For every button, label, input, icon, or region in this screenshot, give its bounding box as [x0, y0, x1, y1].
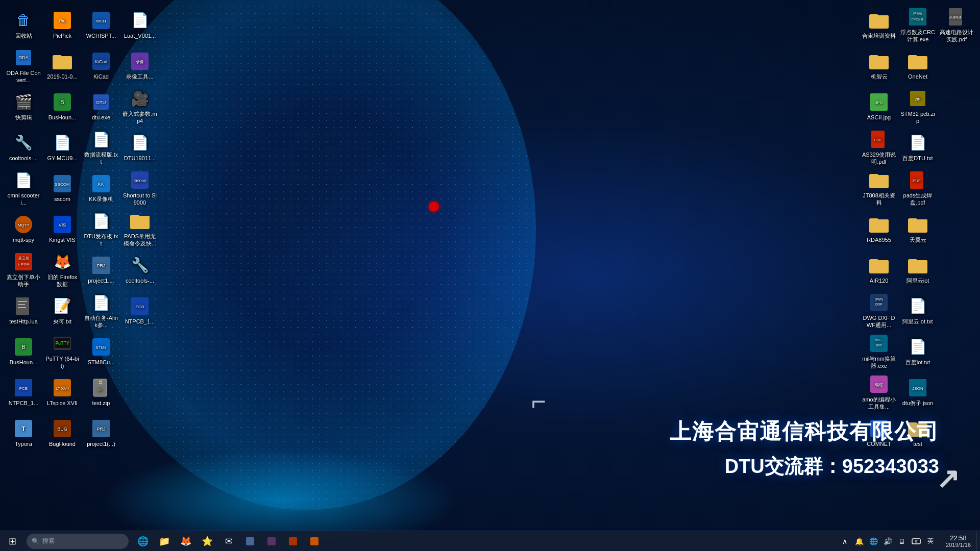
taskbar-star[interactable]: ⭐: [197, 531, 217, 552]
taskbar-search[interactable]: 🔍 搜索: [27, 534, 129, 549]
icon-old-firefox[interactable]: 🦊 旧的 Firefox 数据: [43, 249, 82, 290]
icon-si9000[interactable]: Si9000 Shortcut to Si9000: [120, 167, 159, 208]
tray-lang[interactable]: 英: [924, 531, 937, 552]
icon-wchispt[interactable]: WCH WCHISPT...: [82, 4, 120, 45]
icon-auto-task[interactable]: 📄 自动任务-Alink参...: [82, 290, 120, 331]
icon-oda-convert[interactable]: ODA ODA File Convert...: [4, 45, 43, 86]
icon-air120[interactable]: AIR120: [860, 249, 898, 290]
taskbar-network[interactable]: [283, 531, 303, 552]
icon-bughound[interactable]: BUG BugHound: [43, 412, 82, 453]
json-icon: JSON: [907, 377, 928, 398]
icon-label: PicPick: [53, 33, 71, 39]
svg-text:DTU: DTU: [96, 100, 106, 105]
zip-icon: ZIP: [90, 377, 112, 398]
icon-luat[interactable]: 📄 Luat_V001...: [120, 4, 159, 45]
taskbar-clipboard[interactable]: [261, 531, 282, 552]
icon-project1-a[interactable]: PRJ project1....: [82, 249, 120, 290]
icon-picpick[interactable]: Pic PicPick: [43, 4, 82, 45]
icon-ntpcb-2[interactable]: PCB NTPCB_1...: [120, 290, 159, 331]
icon-as329-pdf[interactable]: PDF AS329使用说明.pdf: [860, 127, 898, 167]
tray-monitor[interactable]: 🖥: [896, 531, 908, 552]
icon-amo-tool[interactable]: 编程 amo的编程小工具集...: [860, 371, 898, 412]
taskbar-explorer[interactable]: 📁: [154, 531, 175, 552]
icon-dtu-json[interactable]: JSON dtu例子.json: [898, 371, 937, 412]
show-desktop-button[interactable]: [976, 531, 980, 552]
icon-sscom[interactable]: SSCOM sscom: [43, 167, 82, 208]
icon-txt-yangke[interactable]: 📝 央可.txt: [43, 290, 82, 331]
taskbar-mail[interactable]: ✉: [218, 531, 239, 552]
icon-label: BusHoun...: [48, 114, 76, 121]
svg-rect-84: [289, 537, 297, 545]
taskbar-firefox[interactable]: 🦊: [176, 531, 196, 552]
icon-ntpcb-1[interactable]: PCB NTPCB_1...: [4, 371, 43, 412]
icon-video-params[interactable]: 🎥 嵌入式参数.mp4: [120, 86, 159, 127]
start-button[interactable]: ⊞: [0, 531, 24, 552]
icon-dwg-dxf[interactable]: DWG DXF DWG DXF DWF通用...: [860, 290, 898, 331]
icon-quick-clip[interactable]: 🎬 快剪辑: [4, 86, 43, 127]
hs-circuit-icon: 高速电路: [946, 6, 967, 28]
tray-network[interactable]: 🌐: [867, 531, 879, 552]
icon-label: 快剪辑: [15, 114, 32, 121]
icon-baidu-dtu-txt[interactable]: 📄 百度DTU.txt: [898, 127, 937, 167]
icon-putty[interactable]: PuTTY PuTTY (64-bit): [43, 331, 82, 371]
icon-cooltools-1[interactable]: 🔧 cooltools-...: [4, 127, 43, 167]
icon-label: 高速电路设计实践.pdf: [939, 29, 974, 42]
icon-typora[interactable]: T Typora: [4, 412, 43, 453]
icon-label: 回收站: [15, 33, 32, 39]
icon-stm8cu[interactable]: STM8 STM8Cu...: [82, 331, 120, 371]
icon-tianyi-cloud[interactable]: 天翼云: [898, 208, 937, 249]
icon-bushound-2[interactable]: B BusHoun...: [43, 86, 82, 127]
icon-omni-scooter[interactable]: 📄 omni scooter i...: [4, 167, 43, 208]
icon-dtu-release[interactable]: 📄 DTU发布板.txt: [82, 208, 120, 249]
icon-label: 合宙培训资料: [862, 33, 896, 39]
project2-icon: PRJ: [90, 418, 112, 439]
taskbar-tray: ∧ 🔔 🌐 🔊 🖥 英 英: [835, 531, 941, 552]
icon-baidu-iot-txt[interactable]: 📄 百度iot.txt: [898, 331, 937, 371]
icon-bushound-1[interactable]: B BusHoun...: [4, 331, 43, 371]
icon-hezhu-training[interactable]: 合宙培训资料: [860, 4, 898, 45]
icon-project1-b[interactable]: PRJ project1(...): [82, 412, 120, 453]
icon-rda8955[interactable]: RDA8955: [860, 208, 898, 249]
icon-dtu-exe[interactable]: DTU dtu.exe: [82, 86, 120, 127]
tray-keyboard[interactable]: 英: [910, 531, 922, 552]
taskbar-clock[interactable]: 22:58 2019/1/16: [941, 531, 976, 552]
icon-label: JT808相关资料: [862, 192, 896, 206]
tray-notification[interactable]: 🔔: [853, 531, 865, 552]
icon-kicad[interactable]: KiCad KiCad: [82, 45, 120, 86]
icon-jizhi-cloud[interactable]: 机智云: [860, 45, 898, 86]
icon-aliyun-iot-txt[interactable]: 📄 阿里云iot.txt: [898, 290, 937, 331]
kicad-icon: KiCad: [90, 51, 112, 72]
icon-ascii-jpg[interactable]: JPG ASCII.jpg: [860, 86, 898, 127]
tray-arrow-up[interactable]: ∧: [839, 531, 851, 552]
icon-ltspice[interactable]: LT XVII LTspice XVII: [43, 371, 82, 412]
icon-jt808[interactable]: JT808相关资料: [860, 167, 898, 208]
icon-float-crc[interactable]: 浮点数 CRC计算 浮点数及CRC计算.exe: [898, 4, 937, 45]
taskbar-edge[interactable]: 🌐: [133, 531, 153, 552]
icon-mil-mm[interactable]: mil↔ mm mil与mm换算器.exe: [860, 331, 898, 371]
icon-onenet[interactable]: OneNet: [898, 45, 937, 86]
icon-recorder-tool[interactable]: 录像 录像工具...: [120, 45, 159, 86]
icon-mqtt-spy[interactable]: MQTT mqtt-spy: [4, 208, 43, 249]
icon-testhttp[interactable]: testHttp.lua: [4, 290, 43, 331]
icon-kk-recorder[interactable]: KK KK录像机: [82, 167, 120, 208]
icon-stm32-pcb-zip[interactable]: ZIP STM32 pcb.zip: [898, 86, 937, 127]
icon-recycle-bin[interactable]: 🗑 回收站: [4, 4, 43, 45]
svg-text:VIS: VIS: [59, 222, 66, 228]
icon-pads-soldering-pdf[interactable]: PDF pads生成焊盘.pdf: [898, 167, 937, 208]
icon-jialichuang[interactable]: 嘉立创 下单助手 嘉立创下单小助手: [4, 249, 43, 290]
icon-kingst[interactable]: VIS Kingst VIS: [43, 208, 82, 249]
taskbar-target[interactable]: [304, 531, 325, 552]
icon-pads-cmd[interactable]: PADS常用无模命令及快...: [120, 208, 159, 249]
icon-gy-mcu[interactable]: 📄 GY-MCU9...: [43, 127, 82, 167]
icon-datastream[interactable]: 📄 数据流模版.txt: [82, 127, 120, 167]
icon-folder-date[interactable]: 2019-01-0...: [43, 45, 82, 86]
icon-cooltools-2[interactable]: 🔧 cooltools-...: [120, 249, 159, 290]
icon-label: 百度DTU.txt: [902, 155, 933, 162]
icon-dtu19011[interactable]: 📄 DTU19011...: [120, 127, 159, 167]
icon-highspeed-circuit[interactable]: 高速电路 高速电路设计实践.pdf: [937, 4, 976, 45]
typora-icon: T: [13, 418, 34, 439]
taskbar-tool[interactable]: [240, 531, 260, 552]
icon-aliyun-iot-folder[interactable]: 阿里云iot: [898, 249, 937, 290]
icon-test-zip[interactable]: ZIP test.zip: [82, 371, 120, 412]
tray-volume[interactable]: 🔊: [881, 531, 894, 552]
